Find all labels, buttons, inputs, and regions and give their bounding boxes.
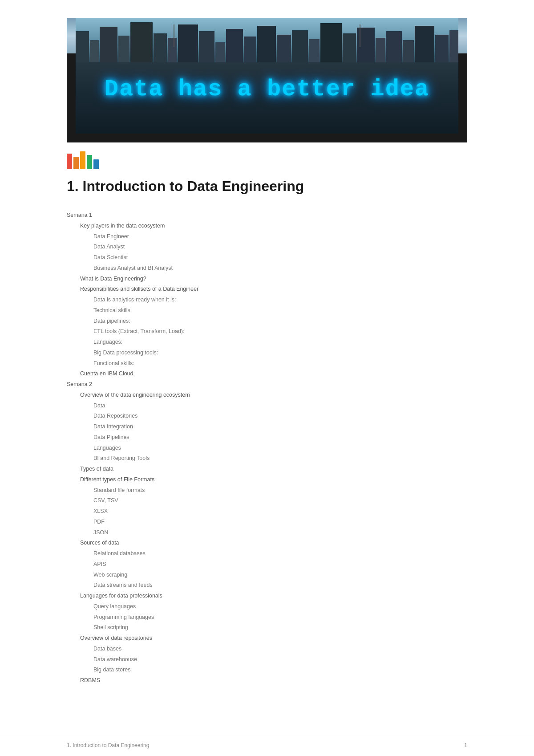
svg-rect-10 <box>215 42 225 62</box>
page-footer: 1. Introduction to Data Engineering 1 <box>0 734 534 756</box>
svg-rect-22 <box>403 40 414 62</box>
toc-item-14[interactable]: Functional skills: <box>93 358 467 369</box>
toc-item-1[interactable]: Key players in the data ecosystem <box>80 221 467 232</box>
svg-rect-12 <box>244 37 256 62</box>
svg-rect-3 <box>100 27 117 62</box>
toc-item-35[interactable]: Data streams and feeds <box>93 580 467 591</box>
toc-item-5[interactable]: Business Analyst and BI Analyst <box>93 263 467 274</box>
toc-item-41[interactable]: Data bases <box>93 644 467 654</box>
toc-item-21[interactable]: Data Pipelines <box>93 432 467 443</box>
toc-item-25[interactable]: Different types of File Formats <box>80 475 467 485</box>
page-title: 1. Introduction to Data Engineering <box>67 178 467 197</box>
toc-item-10[interactable]: Data pipelines: <box>93 316 467 327</box>
window-frame-bottom <box>67 134 467 142</box>
toc-item-32[interactable]: Relational databases <box>93 549 467 559</box>
toc-item-16[interactable]: Semana 2 <box>67 379 467 390</box>
toc-item-33[interactable]: APIS <box>93 559 467 570</box>
svg-rect-16 <box>309 39 320 62</box>
toc-item-9[interactable]: Technical skills: <box>93 305 467 316</box>
toc-item-4[interactable]: Data Scientist <box>93 252 467 263</box>
svg-rect-11 <box>226 29 243 62</box>
svg-rect-15 <box>292 30 308 62</box>
toc-item-44[interactable]: RDBMS <box>80 675 467 686</box>
toc-item-36[interactable]: Languages for data professionals <box>80 591 467 602</box>
toc-item-3[interactable]: Data Analyst <box>93 242 467 252</box>
footer-page-number: 1 <box>464 742 467 748</box>
toc-item-13[interactable]: Big Data processing tools: <box>93 348 467 358</box>
hero-image: Data has a better idea <box>67 18 467 142</box>
toc-item-15[interactable]: Cuenta en IBM Cloud <box>80 369 467 379</box>
svg-rect-1 <box>76 31 89 62</box>
toc-item-19[interactable]: Data Repositories <box>93 411 467 422</box>
svg-rect-20 <box>376 38 385 62</box>
svg-rect-4 <box>118 36 129 62</box>
chart-bar-4 <box>87 155 92 169</box>
toc-item-22[interactable]: Languages <box>93 443 467 454</box>
toc-item-39[interactable]: Shell scripting <box>93 622 467 633</box>
svg-rect-13 <box>257 26 276 62</box>
table-of-contents: Semana 1Key players in the data ecosyste… <box>67 210 467 686</box>
toc-item-37[interactable]: Query languages <box>93 602 467 612</box>
svg-rect-6 <box>154 33 167 62</box>
toc-item-42[interactable]: Data warehoouse <box>93 654 467 665</box>
toc-item-18[interactable]: Data <box>93 401 467 411</box>
toc-item-27[interactable]: CSV, TSV <box>93 496 467 506</box>
toc-item-17[interactable]: Overview of the data engineering ecosyst… <box>80 390 467 401</box>
wire-right <box>360 24 360 47</box>
svg-rect-25 <box>449 30 458 62</box>
toc-item-12[interactable]: Languages: <box>93 337 467 348</box>
footer-title: 1. Introduction to Data Engineering <box>67 742 149 748</box>
city-skyline <box>76 18 458 62</box>
toc-item-40[interactable]: Overview of data repositories <box>80 633 467 644</box>
svg-rect-14 <box>277 35 291 62</box>
toc-item-43[interactable]: Big data stores <box>93 665 467 675</box>
toc-item-7[interactable]: Responsibilities and skillsets of a Data… <box>80 284 467 295</box>
chart-bar-3 <box>80 151 85 169</box>
svg-rect-2 <box>90 40 99 62</box>
toc-item-28[interactable]: XLSX <box>93 506 467 517</box>
svg-rect-17 <box>320 23 342 62</box>
toc-item-0[interactable]: Semana 1 <box>67 210 467 221</box>
svg-rect-9 <box>199 31 214 62</box>
svg-rect-5 <box>130 22 153 62</box>
chart-bar-2 <box>73 157 79 169</box>
toc-item-26[interactable]: Standard file formats <box>93 485 467 496</box>
toc-item-2[interactable]: Data Engineer <box>93 232 467 242</box>
toc-item-11[interactable]: ETL tools (Extract, Transform, Load): <box>93 326 467 337</box>
hero-neon-text: Data has a better idea <box>105 76 430 102</box>
toc-item-20[interactable]: Data Integration <box>93 422 467 432</box>
svg-rect-8 <box>178 24 198 62</box>
toc-item-29[interactable]: PDF <box>93 517 467 528</box>
svg-rect-18 <box>343 33 356 62</box>
toc-item-38[interactable]: Programming languages <box>93 612 467 623</box>
toc-item-24[interactable]: Types of data <box>80 464 467 475</box>
chart-bar-1 <box>67 154 72 169</box>
svg-rect-24 <box>435 35 449 62</box>
toc-item-34[interactable]: Web scraping <box>93 570 467 581</box>
toc-item-8[interactable]: Data is analytics-ready when it is: <box>93 295 467 305</box>
svg-rect-21 <box>386 31 402 62</box>
chart-icon <box>67 151 467 169</box>
toc-item-31[interactable]: Sources of data <box>80 538 467 549</box>
wire-left <box>174 24 174 47</box>
chart-bar-5 <box>93 159 99 169</box>
svg-rect-23 <box>415 26 434 62</box>
toc-item-23[interactable]: BI and Reporting Tools <box>93 453 467 464</box>
toc-item-6[interactable]: What is Data Engineering? <box>80 274 467 285</box>
page-container: Data has a better idea 1. Introduction t… <box>67 0 467 722</box>
toc-item-30[interactable]: JSON <box>93 528 467 538</box>
svg-rect-7 <box>168 38 177 62</box>
